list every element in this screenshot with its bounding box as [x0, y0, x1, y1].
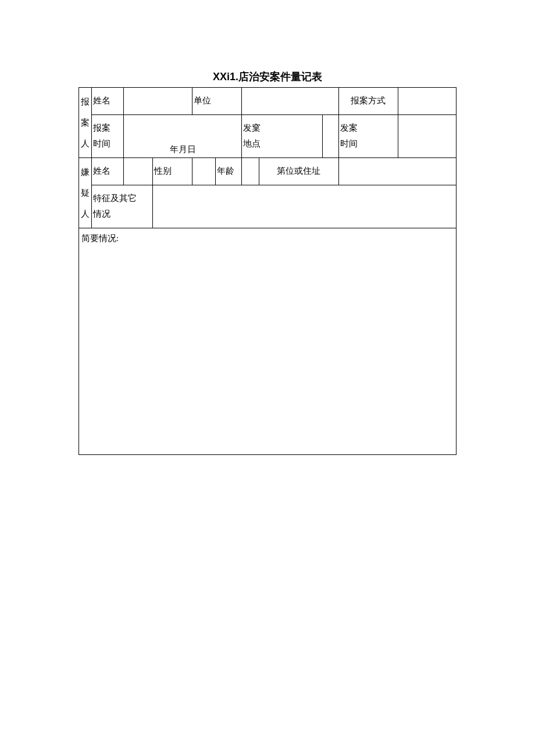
suspect-name-label: 姓名 — [92, 158, 124, 185]
reporter-method-label: 报案方式 — [338, 88, 398, 115]
reporter-method-value — [398, 88, 456, 115]
incident-location-label: 发窠地点 — [242, 114, 323, 157]
reporter-name-value — [124, 88, 192, 115]
form-title: XXi1.店治安案件量记表 — [0, 70, 535, 84]
record-table: 报案人 姓名 单位 报案方式 报案时间 年月日 发窠地点 发案时间 嫌疑人 姓名… — [79, 87, 456, 455]
reporter-unit-value — [242, 88, 338, 115]
report-time-value: 年月日 — [124, 114, 242, 157]
suspect-gender-value — [192, 158, 216, 185]
incident-time-value — [398, 114, 456, 157]
reporter-unit-label: 单位 — [192, 88, 242, 115]
suspect-name-value — [124, 158, 153, 185]
report-time-label: 报案时间 — [92, 114, 124, 157]
suspect-address-label: 第位或住址 — [259, 158, 338, 185]
brief-situation: 简要情况: — [79, 228, 456, 455]
suspect-age-value — [242, 158, 259, 185]
suspect-age-label: 年龄 — [216, 158, 242, 185]
incident-time-label: 发案时间 — [338, 114, 398, 157]
reporter-name-label: 姓名 — [92, 88, 124, 115]
suspect-header: 嫌疑人 — [79, 158, 92, 228]
brief-label: 简要情况: — [81, 234, 119, 243]
suspect-address-value — [338, 158, 456, 185]
suspect-gender-label: 性别 — [153, 158, 192, 185]
suspect-features-value — [153, 185, 456, 228]
incident-location-value — [323, 114, 338, 157]
suspect-features-label: 特征及其它情况 — [92, 185, 153, 228]
reporter-header: 报案人 — [79, 88, 92, 158]
